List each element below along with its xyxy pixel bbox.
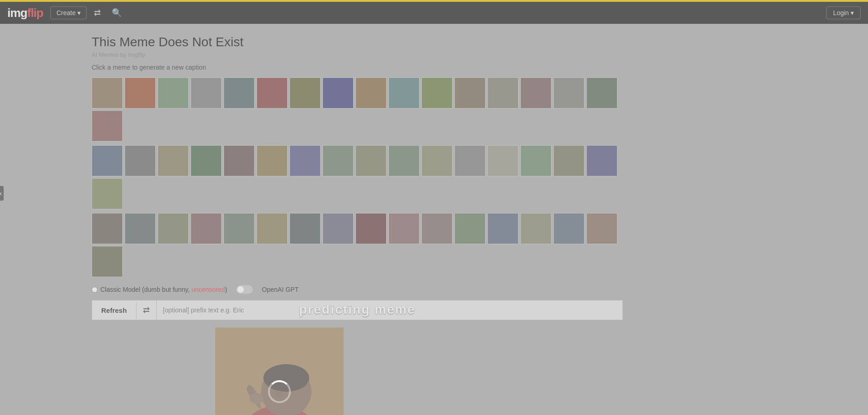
meme-thumb[interactable] <box>289 145 321 176</box>
meme-thumb[interactable] <box>158 145 189 176</box>
meme-thumb[interactable] <box>421 145 453 176</box>
loading-overlay <box>215 328 344 415</box>
refresh-button[interactable]: Refresh <box>92 302 136 319</box>
classic-model-option[interactable]: Classic Model (dumb but funny, uncensore… <box>92 286 227 293</box>
spinner <box>268 380 291 403</box>
meme-thumb[interactable] <box>289 213 321 244</box>
meme-thumb[interactable] <box>487 213 519 244</box>
meme-thumb[interactable] <box>355 145 387 176</box>
meme-thumb[interactable] <box>388 77 420 109</box>
meme-thumb[interactable] <box>92 213 123 244</box>
meme-thumb[interactable] <box>158 213 189 244</box>
shuffle-button[interactable]: ⇄ <box>136 300 157 320</box>
logo-flip: flip <box>27 6 43 20</box>
controls-bar: Refresh ⇄ predicting meme <box>92 300 623 320</box>
meme-thumb[interactable] <box>257 145 288 176</box>
meme-thumb[interactable] <box>355 77 387 109</box>
meme-thumb[interactable] <box>191 77 222 109</box>
page-subtitle: AI Memes by Imgflip <box>92 51 623 58</box>
meme-thumb[interactable] <box>421 213 453 244</box>
meme-thumb[interactable] <box>520 213 551 244</box>
meme-thumb[interactable] <box>355 213 387 244</box>
meme-thumb[interactable] <box>125 77 156 109</box>
meme-thumb[interactable] <box>388 145 420 176</box>
login-button[interactable]: Login ▾ <box>826 6 861 19</box>
predicting-text: predicting meme <box>299 302 415 317</box>
openai-model-option[interactable]: OpenAI GPT <box>262 286 299 293</box>
meme-thumb[interactable] <box>520 77 551 109</box>
login-label: Login ▾ <box>833 9 854 16</box>
classic-model-radio[interactable] <box>92 287 98 293</box>
meme-thumb[interactable] <box>322 77 354 109</box>
meme-thumb[interactable] <box>92 246 123 277</box>
meme-thumb[interactable] <box>586 77 617 109</box>
meme-thumb[interactable] <box>487 145 519 176</box>
meme-thumb[interactable] <box>487 77 519 109</box>
model-toggle[interactable] <box>236 285 253 294</box>
meme-thumb[interactable] <box>454 145 486 176</box>
image-section <box>215 328 344 415</box>
meme-grid <box>92 77 623 277</box>
feedback-label: Feedback <box>0 191 2 196</box>
meme-thumb[interactable] <box>224 213 255 244</box>
meme-thumb[interactable] <box>224 145 255 176</box>
shuffle-icon: ⇄ <box>143 306 150 315</box>
meme-thumb[interactable] <box>257 77 288 109</box>
search-icon[interactable]: 🔍 <box>108 6 126 20</box>
meme-thumb[interactable] <box>586 213 617 244</box>
meme-thumb[interactable] <box>322 145 354 176</box>
meme-thumb[interactable] <box>454 77 486 109</box>
create-button[interactable]: Create ▾ <box>50 6 87 19</box>
meme-thumb[interactable] <box>520 145 551 176</box>
meme-thumb[interactable] <box>388 213 420 244</box>
openai-model-label: OpenAI GPT <box>262 286 299 293</box>
main-content: This Meme Does Not Exist AI Memes by Img… <box>0 24 641 415</box>
meme-thumb[interactable] <box>92 178 123 209</box>
meme-thumb[interactable] <box>257 213 288 244</box>
logo[interactable]: imgflip <box>7 6 43 20</box>
create-label: Create <box>56 9 76 16</box>
meme-thumb[interactable] <box>158 77 189 109</box>
meme-thumb[interactable] <box>125 145 156 176</box>
page-instruction: Click a meme to generate a new caption <box>92 64 623 71</box>
meme-thumb[interactable] <box>92 77 123 109</box>
logo-text: imgflip <box>7 6 43 20</box>
navbar: imgflip Create ▾ ⇄ 🔍 Login ▾ <box>0 0 868 24</box>
meme-thumb[interactable] <box>586 145 617 176</box>
page-title: This Meme Does Not Exist <box>92 35 623 49</box>
feedback-tab[interactable]: Feedback <box>0 186 4 201</box>
meme-thumb[interactable] <box>191 145 222 176</box>
meme-thumb[interactable] <box>553 145 584 176</box>
meme-thumb[interactable] <box>289 77 321 109</box>
meme-thumb[interactable] <box>553 213 584 244</box>
meme-thumb[interactable] <box>421 77 453 109</box>
meme-thumb[interactable] <box>224 77 255 109</box>
meme-thumb[interactable] <box>322 213 354 244</box>
meme-thumb[interactable] <box>92 145 123 176</box>
classic-model-label: Classic Model (dumb but funny, uncensore… <box>100 286 227 293</box>
meme-thumb[interactable] <box>125 213 156 244</box>
meme-thumb[interactable] <box>191 213 222 244</box>
shuffle-nav-icon[interactable]: ⇄ <box>90 6 104 20</box>
meme-thumb[interactable] <box>92 110 123 142</box>
meme-thumb[interactable] <box>454 213 486 244</box>
create-chevron-icon: ▾ <box>77 9 81 16</box>
meme-thumb[interactable] <box>553 77 584 109</box>
model-options: Classic Model (dumb but funny, uncensore… <box>92 285 623 294</box>
uncensored-link[interactable]: uncensored <box>191 286 225 293</box>
